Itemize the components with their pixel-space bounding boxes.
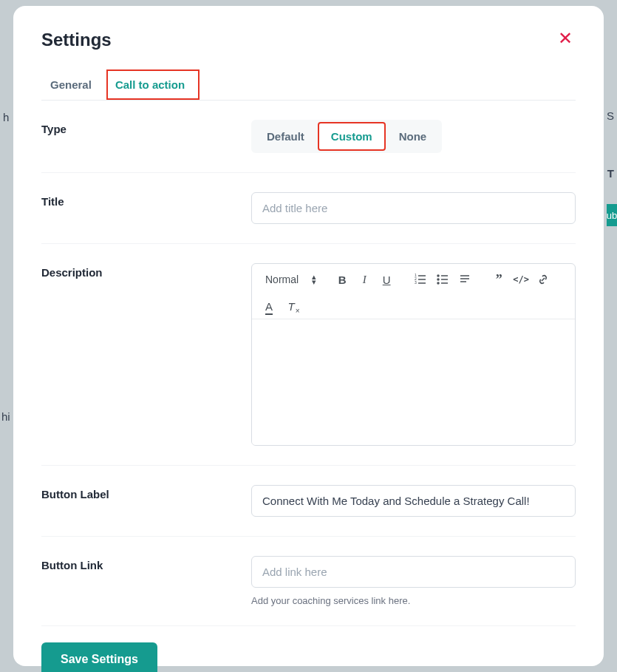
clear-format-icon[interactable]: T — [282, 296, 301, 316]
align-icon[interactable] — [455, 270, 474, 289]
button-link-input[interactable] — [251, 556, 576, 588]
bold-icon[interactable]: B — [333, 270, 352, 289]
button-link-helper: Add your coaching services link here. — [251, 595, 576, 606]
unordered-list-icon[interactable] — [433, 270, 452, 289]
type-option-default[interactable]: Default — [253, 122, 318, 151]
italic-icon[interactable]: I — [355, 270, 374, 289]
button-label-label: Button Label — [41, 485, 251, 500]
link-icon[interactable] — [534, 270, 553, 289]
button-link-section: Button Link Add your coaching services l… — [41, 537, 576, 626]
code-icon[interactable]: </> — [511, 270, 531, 289]
settings-modal: Settings ✕ General Call to action Type D… — [13, 6, 604, 666]
type-option-custom[interactable]: Custom — [318, 122, 386, 151]
type-option-none[interactable]: None — [386, 122, 440, 151]
rte-format-label: Normal — [265, 274, 299, 285]
modal-header: Settings ✕ — [41, 30, 576, 50]
close-button[interactable]: ✕ — [555, 30, 576, 47]
modal-title: Settings — [41, 30, 112, 50]
button-label-input[interactable] — [251, 485, 576, 517]
tabs: General Call to action — [41, 69, 576, 101]
ordered-list-icon[interactable]: 123 — [411, 270, 430, 289]
description-section: Description Normal ▴▾ B I U 123 — [41, 244, 576, 466]
bg-text: h — [3, 111, 9, 123]
modal-footer: Save Settings — [41, 626, 576, 672]
rte-format-select[interactable]: Normal ▴▾ — [259, 271, 322, 288]
save-settings-button[interactable]: Save Settings — [41, 642, 157, 672]
description-input[interactable] — [252, 319, 575, 445]
underline-icon[interactable]: U — [377, 270, 396, 289]
bg-text: ub — [607, 204, 617, 226]
title-input[interactable] — [251, 192, 576, 224]
type-segmented-control: Default Custom None — [251, 120, 442, 153]
description-label: Description — [41, 263, 251, 279]
tab-general[interactable]: General — [41, 69, 106, 100]
quote-icon[interactable]: ” — [489, 270, 508, 289]
button-label-section: Button Label — [41, 466, 576, 537]
type-section: Type Default Custom None — [41, 101, 576, 173]
type-label: Type — [41, 120, 251, 135]
bg-text: hi — [1, 410, 10, 423]
rte-toolbar: Normal ▴▾ B I U 123 — [252, 264, 575, 319]
svg-point-4 — [437, 279, 439, 280]
tab-call-to-action[interactable]: Call to action — [106, 69, 200, 100]
text-color-icon[interactable]: A — [259, 296, 279, 316]
rich-text-editor: Normal ▴▾ B I U 123 — [251, 263, 576, 446]
svg-point-5 — [437, 282, 439, 284]
button-link-label: Button Link — [41, 556, 251, 571]
title-section: Title — [41, 173, 576, 244]
svg-point-3 — [437, 275, 439, 276]
bg-text: S — [607, 109, 614, 122]
svg-text:3: 3 — [415, 280, 417, 285]
title-label: Title — [41, 192, 251, 208]
bg-text: T — [607, 167, 614, 180]
chevron-updown-icon: ▴▾ — [312, 274, 316, 284]
